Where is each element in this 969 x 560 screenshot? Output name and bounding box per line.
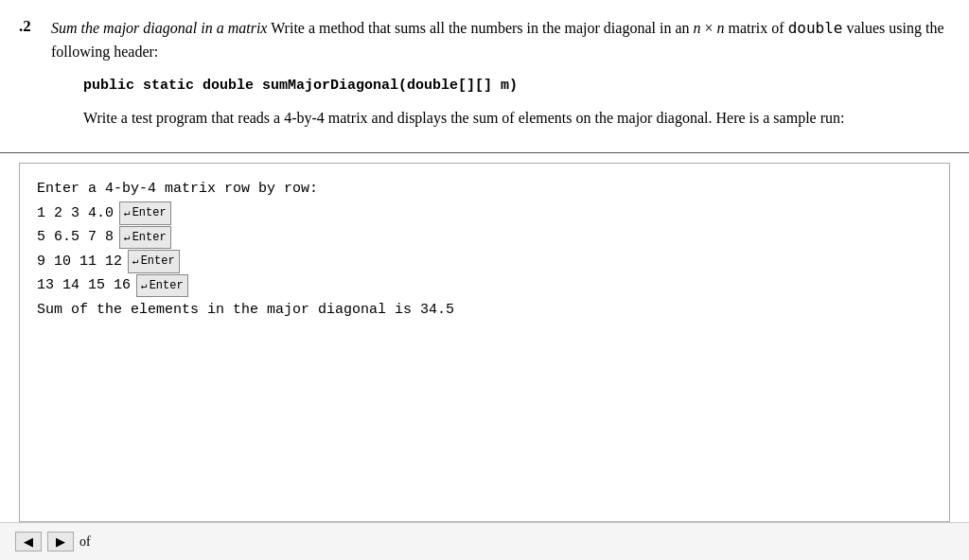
page-navigation: ◀ ▶ of <box>15 532 91 551</box>
problem-header: .2 Sum the major diagonal in a matrix Wr… <box>19 17 950 130</box>
enter-button-3[interactable]: ↵Enter <box>128 250 180 272</box>
prev-page-button[interactable]: ◀ <box>15 532 42 551</box>
code-signature-block: public static double sumMajorDiagonal(do… <box>83 78 918 94</box>
sample-row2-line: 5 6.5 7 8 ↵Enter <box>37 225 932 250</box>
problem-description-2: Write a test program that reads a 4-by-4… <box>83 107 950 131</box>
sample-row4-text: 13 14 15 16 <box>37 273 131 298</box>
problem-body: Sum the major diagonal in a matrix Write… <box>51 17 950 130</box>
sample-row2-text: 5 6.5 7 8 <box>37 225 114 250</box>
page-info: of <box>79 534 91 550</box>
code-signature-text: public static double sumMajorDiagonal(do… <box>83 78 518 94</box>
enter-button-2[interactable]: ↵Enter <box>119 226 171 249</box>
enter-arrow-icon-4: ↵ <box>141 277 148 295</box>
sample-row3-line: 9 10 11 12 ↵Enter <box>37 250 932 274</box>
enter-arrow-icon-3: ↵ <box>132 253 139 271</box>
problem-title-italic: Sum the major diagonal in a matrix <box>51 20 267 36</box>
enter-button-4[interactable]: ↵Enter <box>136 274 188 297</box>
sample-row1-line: 1 2 3 4.0 ↵Enter <box>37 201 932 226</box>
problem-section: .2 Sum the major diagonal in a matrix Wr… <box>0 0 969 153</box>
page-container: .2 Sum the major diagonal in a matrix Wr… <box>0 0 969 560</box>
of-label: of <box>79 534 91 549</box>
sample-prompt-line: Enter a 4-by-4 matrix row by row: <box>37 177 932 201</box>
next-page-button[interactable]: ▶ <box>47 532 74 551</box>
problem-description-1: Sum the major diagonal in a matrix Write… <box>51 17 950 64</box>
problem-number: .2 <box>19 17 42 36</box>
sample-result-text: Sum of the elements in the major diagona… <box>37 298 454 323</box>
enter-arrow-icon-2: ↵ <box>124 229 131 247</box>
sample-row1-text: 1 2 3 4.0 <box>37 201 114 226</box>
bottom-bar: ◀ ▶ of <box>0 522 969 560</box>
sample-row3-text: 9 10 11 12 <box>37 250 122 274</box>
sample-prompt: Enter a 4-by-4 matrix row by row: <box>37 177 318 201</box>
enter-arrow-icon-1: ↵ <box>124 204 131 222</box>
sample-run-section: Enter a 4-by-4 matrix row by row: 1 2 3 … <box>19 163 950 522</box>
sample-row4-line: 13 14 15 16 ↵Enter <box>37 273 932 298</box>
enter-button-1[interactable]: ↵Enter <box>119 201 171 224</box>
sample-result-line: Sum of the elements in the major diagona… <box>37 298 932 323</box>
